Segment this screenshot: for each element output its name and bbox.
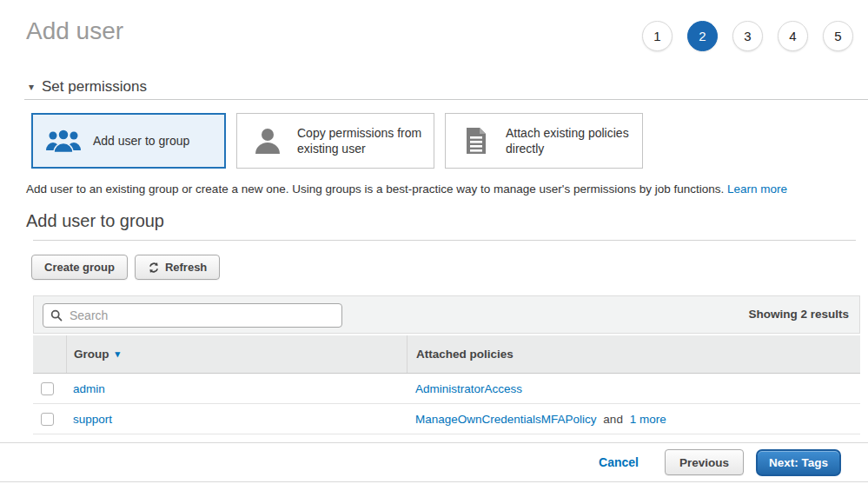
section-divider — [24, 99, 868, 100]
option-copy-permissions[interactable]: Copy permissions from existing user — [236, 113, 434, 169]
add-user-to-group-heading: Add user to group — [26, 211, 164, 231]
row-checkbox[interactable] — [41, 413, 54, 426]
heading-divider — [33, 240, 856, 241]
search-box — [43, 303, 342, 328]
sort-desc-icon: ▾ — [116, 349, 121, 359]
option-label: Attach existing policies directly — [506, 125, 637, 156]
learn-more-link[interactable]: Learn more — [727, 182, 787, 196]
row-select-cell — [33, 382, 66, 395]
search-icon — [50, 309, 63, 322]
collapse-triangle-icon: ▾ — [29, 82, 34, 92]
option-attach-policies[interactable]: Attach existing policies directly — [445, 113, 643, 169]
policies-cell: AdministratorAccess — [407, 382, 860, 395]
step-3: 3 — [732, 21, 763, 51]
group-cell: support — [66, 413, 407, 426]
table-row: admin AdministratorAccess — [33, 374, 860, 404]
results-count: Showing 2 results — [748, 308, 849, 321]
column-header-group[interactable]: Group ▾ — [66, 335, 407, 373]
document-icon — [456, 127, 496, 155]
set-permissions-section-toggle[interactable]: ▾ Set permissions — [29, 78, 147, 96]
table-row: support ManageOwnCredentialsMFAPolicy an… — [33, 404, 860, 434]
previous-button[interactable]: Previous — [665, 449, 744, 475]
policy-join-text: and — [603, 413, 623, 426]
table-header-row: Group ▾ Attached policies — [33, 335, 860, 374]
policy-link[interactable]: AdministratorAccess — [415, 382, 522, 395]
policies-cell: ManageOwnCredentialsMFAPolicy and 1 more — [407, 413, 860, 426]
description-text: Add user to an existing group or create … — [26, 182, 724, 196]
permission-option-cards: Add user to group Copy permissions from … — [31, 113, 643, 169]
option-add-user-to-group[interactable]: Add user to group — [31, 113, 226, 169]
section-description: Add user to an existing group or create … — [26, 182, 851, 196]
refresh-icon — [148, 262, 160, 274]
wizard-footer: Cancel Previous Next: Tags — [0, 442, 868, 482]
group-icon — [43, 128, 83, 154]
page-title: Add user — [26, 17, 123, 45]
table-toolbar: Showing 2 results — [33, 295, 860, 334]
policy-link[interactable]: ManageOwnCredentialsMFAPolicy — [415, 413, 597, 426]
step-4: 4 — [778, 21, 808, 51]
column-header-attached-policies: Attached policies — [407, 335, 860, 373]
more-policies-link[interactable]: 1 more — [630, 413, 666, 426]
search-input[interactable] — [68, 308, 335, 323]
refresh-button[interactable]: Refresh — [135, 255, 220, 280]
group-link[interactable]: support — [73, 413, 112, 426]
next-tags-button[interactable]: Next: Tags — [756, 449, 841, 476]
cancel-link[interactable]: Cancel — [599, 455, 639, 469]
step-1: 1 — [642, 21, 673, 51]
section-title: Set permissions — [42, 78, 147, 96]
user-icon — [248, 127, 288, 155]
row-select-cell — [33, 413, 66, 426]
step-2-active: 2 — [687, 21, 718, 51]
step-5: 5 — [823, 21, 853, 51]
add-user-wizard-page: Add user 1 2 3 4 5 ▾ Set permissions — [0, 0, 868, 484]
option-label: Add user to group — [93, 133, 189, 149]
select-all-column — [33, 335, 66, 373]
group-cell: admin — [66, 382, 407, 395]
group-actions-toolbar: Create group Refresh — [31, 255, 220, 280]
wizard-step-indicator: 1 2 3 4 5 — [642, 21, 853, 51]
row-checkbox[interactable] — [41, 382, 54, 395]
refresh-label: Refresh — [165, 261, 207, 274]
group-link[interactable]: admin — [73, 382, 105, 395]
groups-table: Showing 2 results Group ▾ Attached polic… — [33, 295, 860, 434]
option-label: Copy permissions from existing user — [297, 125, 428, 156]
create-group-button[interactable]: Create group — [31, 255, 128, 280]
